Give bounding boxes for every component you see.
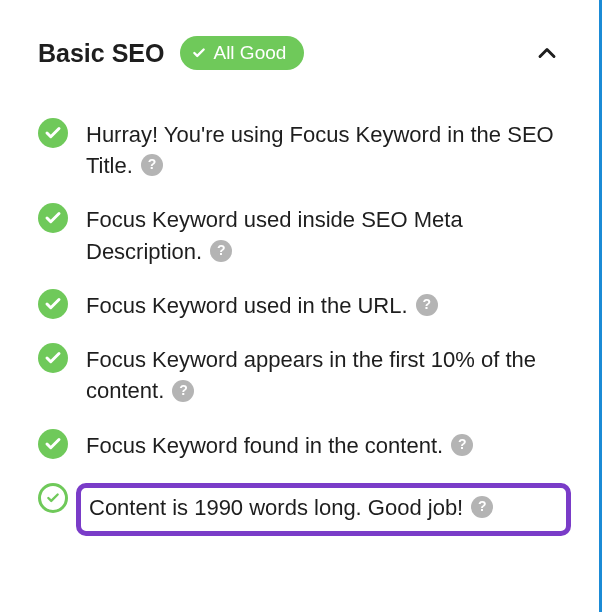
check-icon <box>38 343 68 373</box>
list-item: Focus Keyword used in the URL. ? <box>38 289 571 321</box>
list-item: Focus Keyword found in the content. ? <box>38 429 571 461</box>
help-icon[interactable]: ? <box>416 294 438 316</box>
seo-panel: Basic SEO All Good Hurray! You're using … <box>0 0 599 554</box>
panel-title: Basic SEO <box>38 39 164 68</box>
help-icon[interactable]: ? <box>210 240 232 262</box>
list-item-text: Focus Keyword found in the content. ? <box>86 429 571 461</box>
list-item-text: Focus Keyword appears in the first 10% o… <box>86 343 571 406</box>
list-item-text: Hurray! You're using Focus Keyword in th… <box>86 118 571 181</box>
check-icon <box>38 203 68 233</box>
list-item-label: Focus Keyword used in the URL. <box>86 293 408 318</box>
list-item-text: Focus Keyword used inside SEO Meta Descr… <box>86 203 571 266</box>
check-icon <box>38 118 68 148</box>
list-item: Focus Keyword used inside SEO Meta Descr… <box>38 203 571 266</box>
status-badge: All Good <box>180 36 304 70</box>
help-icon[interactable]: ? <box>451 434 473 456</box>
list-item: Content is 1990 words long. Good job! ? <box>38 483 571 536</box>
seo-checklist: Hurray! You're using Focus Keyword in th… <box>38 118 571 536</box>
help-icon[interactable]: ? <box>471 496 493 518</box>
list-item-text: Content is 1990 words long. Good job! ? <box>76 483 571 536</box>
list-item: Focus Keyword appears in the first 10% o… <box>38 343 571 406</box>
chevron-up-icon[interactable] <box>533 39 561 67</box>
list-item-label: Focus Keyword used inside SEO Meta Descr… <box>86 207 463 263</box>
check-icon <box>38 289 68 319</box>
list-item-label: Content is 1990 words long. Good job! <box>89 495 463 520</box>
check-icon <box>192 46 206 60</box>
list-item-label: Focus Keyword found in the content. <box>86 433 443 458</box>
panel-header-left: Basic SEO All Good <box>38 36 304 70</box>
check-icon <box>38 483 68 513</box>
list-item: Hurray! You're using Focus Keyword in th… <box>38 118 571 181</box>
list-item-label: Focus Keyword appears in the first 10% o… <box>86 347 536 403</box>
list-item-text: Focus Keyword used in the URL. ? <box>86 289 571 321</box>
check-icon <box>38 429 68 459</box>
help-icon[interactable]: ? <box>172 380 194 402</box>
status-badge-label: All Good <box>213 42 286 64</box>
help-icon[interactable]: ? <box>141 154 163 176</box>
panel-header[interactable]: Basic SEO All Good <box>38 36 571 70</box>
